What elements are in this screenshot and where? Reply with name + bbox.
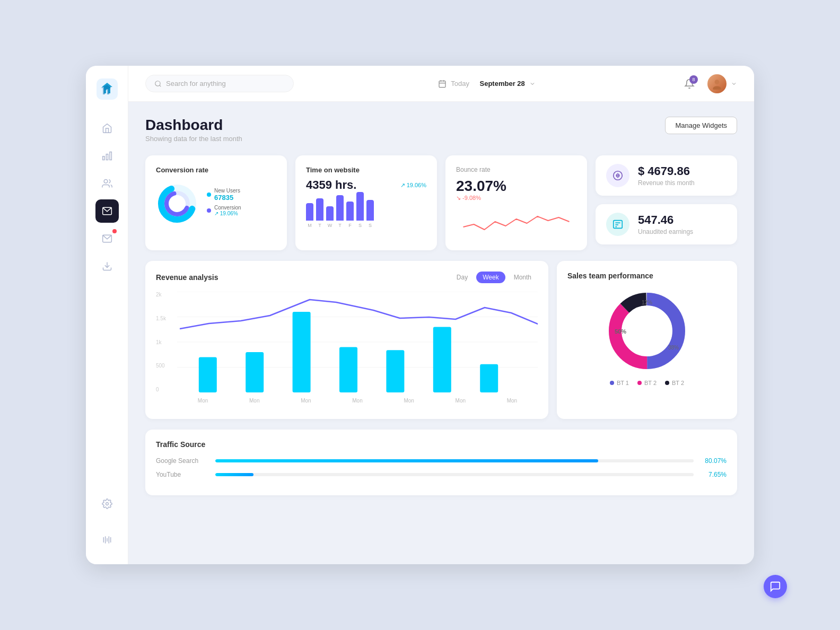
- bounce-title: Bounce rate: [456, 166, 576, 173]
- svg-point-21: [713, 86, 721, 90]
- svg-text:12%: 12%: [642, 300, 652, 305]
- time-bars: M T W T F S S: [306, 196, 426, 228]
- bounce-change: ↘ -9.08%: [456, 195, 576, 202]
- sidebar-item-audio[interactable]: [95, 528, 119, 552]
- youtube-pct: 7.65%: [700, 471, 727, 478]
- traffic-row-youtube: YouTube 7.65%: [156, 471, 727, 478]
- svg-rect-37: [293, 312, 311, 392]
- header-actions: 8: [680, 74, 737, 93]
- revenue-analysis-card: Revenue analysis Day Week Month 2k 1.5k …: [145, 261, 548, 419]
- sidebar-item-chart[interactable]: [95, 144, 119, 168]
- notification-badge: 8: [689, 75, 698, 84]
- time-tabs: Day Week Month: [450, 272, 538, 283]
- svg-text:50%: 50%: [615, 328, 626, 335]
- bounce-rate-card: Bounce rate 23.07% ↘ -9.08%: [445, 155, 587, 250]
- sales-legend-bt2b: BT 2: [672, 380, 684, 386]
- date-label: Today: [451, 80, 469, 88]
- unaudited-label: Unaudited earnings: [638, 228, 693, 235]
- svg-rect-3: [102, 156, 104, 160]
- new-users-label: New Users: [214, 188, 240, 194]
- stats-row: Conversion rate: [145, 155, 737, 250]
- traffic-title: Traffic Source: [156, 440, 727, 449]
- revenue-card: $ 4679.86 Revenue this month: [596, 155, 737, 196]
- svg-rect-35: [199, 357, 217, 393]
- conversion-label: Conversion: [214, 205, 241, 211]
- chart-gridlines: [177, 292, 538, 392]
- app-container: Search for anything Today September 28 8: [86, 66, 754, 564]
- user-chevron-icon: [731, 81, 737, 87]
- sidebar-item-users[interactable]: [95, 172, 119, 195]
- svg-rect-38: [339, 347, 357, 393]
- main-content: Search for anything Today September 28 8: [128, 66, 754, 564]
- svg-rect-40: [433, 327, 451, 393]
- google-pct: 80.07%: [700, 457, 727, 465]
- sales-legend-bt2a: BT 2: [644, 380, 657, 386]
- svg-text:38%: 38%: [668, 345, 679, 351]
- tab-week[interactable]: Week: [476, 272, 505, 283]
- unaudited-icon: [606, 213, 629, 236]
- conversion-rate-card: Conversion rate: [145, 155, 287, 250]
- svg-rect-2: [106, 154, 108, 160]
- page-title: Dashboard: [145, 117, 242, 134]
- time-change: ↗ 19.06%: [400, 182, 426, 189]
- time-on-website-card: Time on website 4359 hrs. ↗ 19.06% M T W…: [295, 155, 437, 250]
- youtube-bar-fill: [215, 473, 253, 476]
- google-bar-bg: [215, 459, 694, 462]
- sidebar-item-download[interactable]: [95, 255, 119, 278]
- new-users-value: 67835: [214, 194, 240, 202]
- sales-legend-bt1: BT 1: [617, 380, 629, 386]
- date-value: September 28: [480, 80, 525, 88]
- revenue-label: Revenue this month: [638, 179, 695, 187]
- header: Search for anything Today September 28 8: [128, 66, 754, 102]
- youtube-bar-bg: [215, 473, 694, 476]
- right-stats: $ 4679.86 Revenue this month 547.46 Unau…: [596, 155, 737, 250]
- revenue-icon: [606, 164, 629, 187]
- tab-month[interactable]: Month: [508, 272, 538, 283]
- notification-button[interactable]: 8: [680, 74, 699, 93]
- sidebar-item-mail[interactable]: [95, 199, 119, 223]
- svg-rect-39: [386, 350, 404, 392]
- google-bar-fill: [215, 459, 598, 462]
- page-subtitle: Showing data for the last month: [145, 135, 242, 143]
- sales-donut: 12% 50% 38%: [567, 288, 727, 373]
- chart-x-labels: Mon Mon Mon Mon Mon Mon Mon: [177, 392, 538, 408]
- tab-day[interactable]: Day: [450, 272, 474, 283]
- sidebar-item-settings[interactable]: [95, 492, 119, 515]
- chat-button[interactable]: [764, 575, 787, 598]
- conversion-donut: [156, 182, 198, 225]
- svg-point-20: [715, 80, 720, 84]
- chevron-down-icon: [529, 81, 536, 87]
- svg-point-4: [104, 180, 108, 183]
- svg-rect-36: [246, 352, 264, 392]
- chart-title: Revenue analysis: [156, 273, 218, 282]
- traffic-source-google: Google Search: [156, 457, 209, 465]
- revenue-chart: 2k 1.5k 1k 500 0: [156, 292, 538, 408]
- content-area: Dashboard Showing data for the last mont…: [128, 102, 754, 564]
- search-placeholder: Search for anything: [166, 80, 226, 88]
- conversion-change: ↗ 19.06%: [214, 211, 241, 216]
- svg-rect-27: [614, 221, 623, 229]
- svg-point-14: [155, 81, 160, 85]
- svg-point-8: [106, 503, 108, 505]
- search-bar[interactable]: Search for anything: [145, 75, 294, 92]
- svg-rect-16: [439, 81, 445, 87]
- page-header: Dashboard Showing data for the last mont…: [145, 117, 737, 143]
- sales-legend: BT 1 BT 2 BT 2: [567, 380, 727, 386]
- traffic-source-youtube: YouTube: [156, 471, 209, 478]
- manage-widgets-button[interactable]: Manage Widgets: [665, 117, 737, 134]
- sidebar-item-mail2[interactable]: [95, 227, 119, 250]
- sales-performance-card: Sales team performance 12% 5: [557, 261, 737, 419]
- conversion-legend: New Users 67835 Conversion ↗: [207, 188, 241, 220]
- time-title: Time on website: [306, 166, 426, 174]
- time-value: 4359 hrs.: [306, 178, 356, 192]
- bounce-value: 23.07%: [456, 178, 576, 195]
- svg-rect-1: [110, 152, 111, 160]
- unaudited-amount: 547.46: [638, 213, 693, 227]
- svg-line-15: [160, 85, 161, 86]
- user-menu[interactable]: [707, 74, 737, 93]
- date-selector[interactable]: Today September 28: [307, 80, 667, 88]
- sidebar-item-home[interactable]: [95, 117, 119, 140]
- conversion-title: Conversion rate: [156, 166, 276, 174]
- search-icon: [154, 80, 162, 88]
- sales-title: Sales team performance: [567, 272, 727, 280]
